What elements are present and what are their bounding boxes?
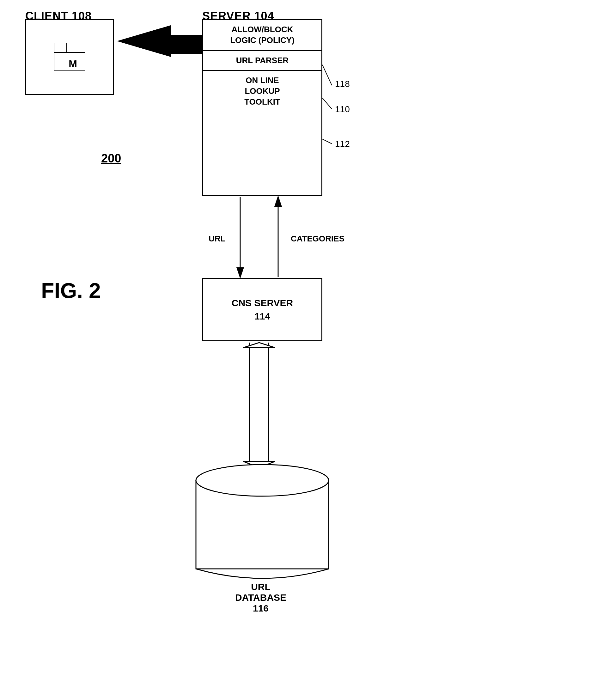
comm-arrow-head (117, 25, 171, 57)
cns-db-arrow-bottom (243, 461, 275, 468)
ref-line-118 (323, 65, 332, 85)
cns-server-label: CNS SERVER114 (232, 296, 293, 323)
url-database-label: URLDATABASE116 (190, 581, 332, 614)
categories-arrow-label: CATEGORIES (291, 234, 345, 244)
figure-label: FIG. 2 (41, 278, 101, 303)
diagram-container: 200 CLIENT 108 M SERVER 104 ALLOW/BLOCKL… (0, 0, 609, 700)
url-arrow-label: URL (209, 234, 225, 244)
allow-block-logic: ALLOW/BLOCKLOGIC (POLICY) (203, 20, 321, 51)
ref-line-110 (323, 98, 332, 109)
lookup-toolkit-block: ON LINELOOKUPTOOLKIT (203, 71, 321, 117)
client-icon-top (54, 43, 85, 53)
ref-112: 112 (335, 139, 350, 149)
cns-db-arrow-top (243, 343, 275, 348)
client-m-icon: M (69, 58, 77, 70)
client-box: M (25, 19, 114, 95)
ref-110: 110 (335, 104, 350, 115)
db-cylinder-bottom-arc (196, 569, 329, 578)
url-parser-block: URL PARSER (203, 51, 321, 71)
db-cylinder-body (196, 480, 329, 569)
cns-server-box: CNS SERVER114 (202, 278, 323, 341)
diagram-number: 200 (101, 152, 121, 165)
client-icon: M (54, 43, 85, 71)
ref-line-112 (323, 139, 332, 144)
db-cylinder-top (196, 465, 329, 496)
client-icon-left (54, 43, 67, 52)
server-box: ALLOW/BLOCKLOGIC (POLICY) URL PARSER ON … (202, 19, 323, 196)
comm-arrow-body (171, 35, 202, 54)
ref-118: 118 (335, 79, 350, 89)
